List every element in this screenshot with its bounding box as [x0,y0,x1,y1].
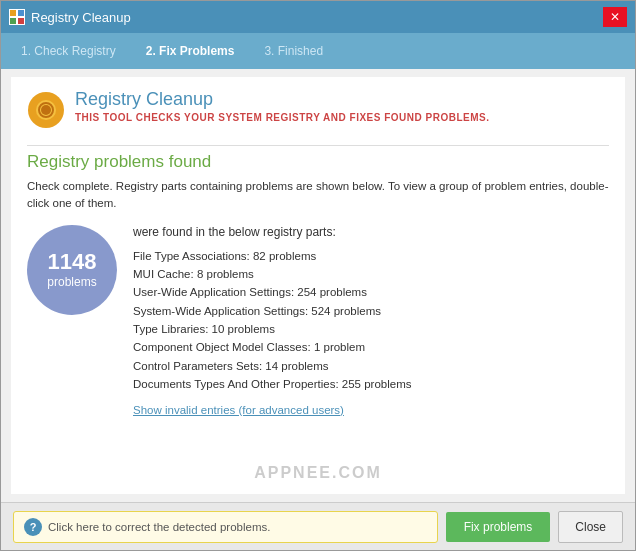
steps-bar: 1. Check Registry 2. Fix Problems 3. Fin… [1,33,635,69]
window-title: Registry Cleanup [31,10,131,25]
list-item: Component Object Model Classes: 1 proble… [133,338,609,356]
advanced-link[interactable]: Show invalid entries (for advanced users… [133,404,609,416]
svg-rect-9 [29,108,35,112]
hint-icon: ? [24,518,42,536]
problems-list-section: were found in the below registry parts: … [133,225,609,461]
fix-problems-button[interactable]: Fix problems [446,512,551,542]
step-1: 1. Check Registry [21,44,116,58]
found-text: were found in the below registry parts: [133,225,609,239]
svg-rect-10 [57,108,63,112]
hint-text: Click here to correct the detected probl… [48,521,270,533]
problems-label: problems [47,275,96,289]
divider [27,145,609,146]
title-bar-left: Registry Cleanup [9,9,131,25]
section-title: Registry problems found [27,152,609,172]
main-window: Registry Cleanup ✕ 1. Check Registry 2. … [0,0,636,551]
footer: ? Click here to correct the detected pro… [1,502,635,550]
list-item: Documents Types And Other Properties: 25… [133,375,609,393]
svg-rect-3 [18,18,24,24]
problems-count: 1148 [48,251,97,273]
svg-rect-0 [10,10,16,16]
list-item: Type Libraries: 10 problems [133,320,609,338]
step-2: 2. Fix Problems [146,44,235,58]
header-text: Registry Cleanup THIS TOOL CHECKS YOUR S… [75,89,490,123]
svg-rect-7 [44,93,48,99]
list-item: MUI Cache: 8 problems [133,265,609,283]
gear-icon [27,91,65,129]
title-bar: Registry Cleanup ✕ [1,1,635,33]
problems-section: 1148 problems were found in the below re… [27,225,609,461]
list-item: Control Parameters Sets: 14 problems [133,357,609,375]
list-item: File Type Associations: 82 problems [133,247,609,265]
close-button[interactable]: Close [558,511,623,543]
list-item: System-Wide Application Settings: 524 pr… [133,302,609,320]
app-subtitle: THIS TOOL CHECKS YOUR SYSTEM REGISTRY AN… [75,112,490,123]
header-section: Registry Cleanup THIS TOOL CHECKS YOUR S… [27,89,609,129]
list-item: User-Wide Application Settings: 254 prob… [133,283,609,301]
watermark: APPNEE.COM [27,464,609,482]
hint-box[interactable]: ? Click here to correct the detected pro… [13,511,438,543]
step-3: 3. Finished [264,44,323,58]
svg-rect-2 [10,18,16,24]
window-close-button[interactable]: ✕ [603,7,627,27]
app-icon [9,9,25,25]
description: Check complete. Registry parts containin… [27,178,609,213]
problems-badge: 1148 problems [27,225,117,315]
app-title: Registry Cleanup [75,89,490,110]
svg-point-6 [41,105,51,115]
content-area: Registry Cleanup THIS TOOL CHECKS YOUR S… [11,77,625,494]
svg-rect-8 [44,121,48,127]
svg-rect-1 [18,10,24,16]
problems-list: File Type Associations: 82 problems MUI … [133,247,609,394]
